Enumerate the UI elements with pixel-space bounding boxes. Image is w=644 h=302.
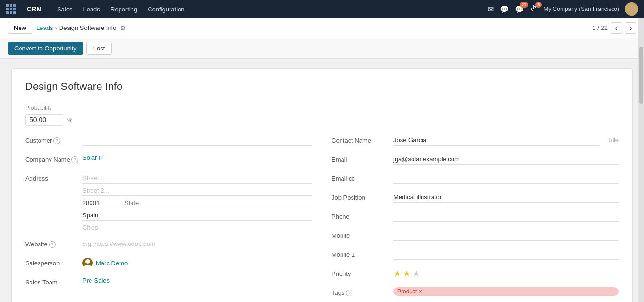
breadcrumb-leads[interactable]: Leads [36, 24, 53, 31]
email-icon[interactable]: ✉ [488, 5, 494, 14]
sales-team-row: Sales Team Pre-Sales [25, 277, 312, 290]
menu-leads[interactable]: Leads [78, 3, 104, 16]
pagination-info: 1 / 22 [592, 24, 608, 31]
mobile-row: Mobile [332, 230, 619, 244]
company-name: My Company (San Francisco) [543, 6, 619, 12]
convert-to-opportunity-button[interactable]: Convert to Opportunity [8, 42, 83, 55]
probability-input[interactable] [25, 114, 63, 126]
priority-star-2[interactable]: ★ [403, 268, 411, 279]
breadcrumb-separator: › [55, 24, 57, 31]
phone-input[interactable] [393, 211, 619, 222]
action-bar: Convert to Opportunity Lost [0, 38, 644, 59]
salesperson-value: Marc Demo [82, 258, 312, 268]
tags-row: Tags ? Product × [332, 287, 619, 301]
clock-icon[interactable]: ⏱ 5 [530, 5, 538, 13]
menu-sales[interactable]: Sales [52, 3, 78, 16]
main-menu: Sales Leads Reporting Configuration [52, 3, 190, 16]
contact-name-input[interactable] [393, 135, 600, 146]
probability-label: Probability [25, 105, 619, 111]
email-cc-row: Email cc [332, 173, 619, 186]
country-input[interactable] [82, 210, 312, 221]
svg-point-1 [627, 11, 636, 16]
job-position-row: Job Position [332, 192, 619, 205]
job-position-input[interactable] [393, 192, 619, 203]
lost-button[interactable]: Lost [86, 42, 112, 55]
menu-reporting[interactable]: Reporting [106, 3, 142, 16]
company-name-value: Solar IT [82, 154, 312, 161]
app-switcher[interactable] [6, 4, 21, 14]
chat-badge: 21 [520, 2, 528, 8]
pagination-next-button[interactable]: › [625, 22, 636, 34]
svg-point-3 [84, 265, 91, 268]
pagination-prev-button[interactable]: ‹ [611, 22, 622, 34]
tag-label: Product [397, 288, 417, 295]
email-cc-input[interactable] [393, 173, 619, 184]
new-button[interactable]: New [8, 22, 32, 34]
contact-name-label: Contact Name [332, 135, 393, 144]
phone-value [393, 211, 619, 222]
website-row: Website ? [25, 239, 312, 252]
email-input[interactable] [393, 154, 619, 165]
top-navigation: CRM Sales Leads Reporting Configuration … [0, 0, 644, 18]
sales-team-label: Sales Team [25, 277, 82, 286]
zip-input[interactable] [82, 198, 121, 208]
user-avatar[interactable] [625, 2, 638, 16]
priority-star-1[interactable]: ★ [393, 268, 401, 279]
tags-label: Tags ? [332, 287, 393, 296]
mobile-input[interactable] [393, 230, 619, 241]
mobile1-row: Mobile 1 [332, 249, 619, 263]
website-input[interactable] [82, 239, 312, 249]
settings-gear-icon[interactable]: ⚙ [120, 24, 126, 32]
state-input[interactable] [124, 198, 312, 208]
address-label: Address [25, 173, 82, 182]
phone-row: Phone [332, 211, 619, 224]
company-name-link[interactable]: Solar IT [82, 154, 312, 161]
topnav-right: ✉ 💬 💬 21 ⏱ 5 My Company (San Francisco) [488, 2, 638, 16]
tags-help-icon[interactable]: ? [346, 290, 352, 296]
customer-help-icon[interactable]: ? [53, 137, 60, 144]
breadcrumb: Leads › Design Software Info [36, 24, 116, 31]
tag-remove-icon[interactable]: × [419, 288, 422, 295]
scrollbar-thumb[interactable] [639, 47, 643, 104]
title-field[interactable]: Title [607, 135, 619, 146]
website-value [82, 239, 312, 249]
contact-name-value: Title [393, 135, 619, 146]
svg-point-2 [85, 259, 90, 264]
phone-label: Phone [332, 211, 393, 220]
form-card: Design Software Info Probability % Custo… [11, 68, 633, 302]
contact-name-row: Contact Name Title [332, 135, 619, 148]
tags-value: Product × [393, 287, 619, 296]
sales-team-link[interactable]: Pre-Sales [82, 277, 312, 284]
city-input[interactable] [82, 223, 312, 233]
customer-row: Customer ? [25, 135, 312, 148]
company-name-help-icon[interactable]: ? [71, 156, 78, 163]
mobile1-value [393, 249, 619, 260]
mobile-value [393, 230, 619, 241]
svg-point-0 [629, 4, 634, 10]
mobile1-input[interactable] [393, 249, 619, 260]
scrollbar[interactable] [638, 18, 644, 302]
menu-configuration[interactable]: Configuration [143, 3, 189, 16]
street2-input[interactable] [82, 185, 312, 196]
company-name-row: Company Name ? Solar IT [25, 154, 312, 167]
customer-value [82, 135, 312, 146]
address-row: Address [25, 173, 312, 233]
main-content: Design Software Info Probability % Custo… [0, 59, 644, 302]
priority-star-3[interactable]: ★ [413, 268, 420, 279]
street1-input[interactable] [82, 173, 312, 184]
clock-badge: 5 [535, 2, 542, 8]
chat-icon[interactable]: 💬 21 [515, 5, 524, 14]
customer-input[interactable] [82, 135, 312, 146]
mobile-label: Mobile [332, 230, 393, 239]
email-label: Email [332, 154, 393, 163]
email-cc-label: Email cc [332, 173, 393, 182]
breadcrumb-current: Design Software Info [59, 24, 117, 31]
breadcrumb-bar: New Leads › Design Software Info ⚙ 1 / 2… [0, 18, 644, 38]
whatsapp-icon[interactable]: 💬 [500, 5, 509, 14]
salesperson-row: Salesperson Marc Demo [25, 258, 312, 271]
salesperson-name[interactable]: Marc Demo [96, 260, 128, 267]
job-position-value [393, 192, 619, 203]
left-column: Customer ? Company Name ? Solar IT [25, 135, 312, 302]
website-help-icon[interactable]: ? [49, 241, 56, 248]
priority-label: Priority [332, 268, 393, 277]
